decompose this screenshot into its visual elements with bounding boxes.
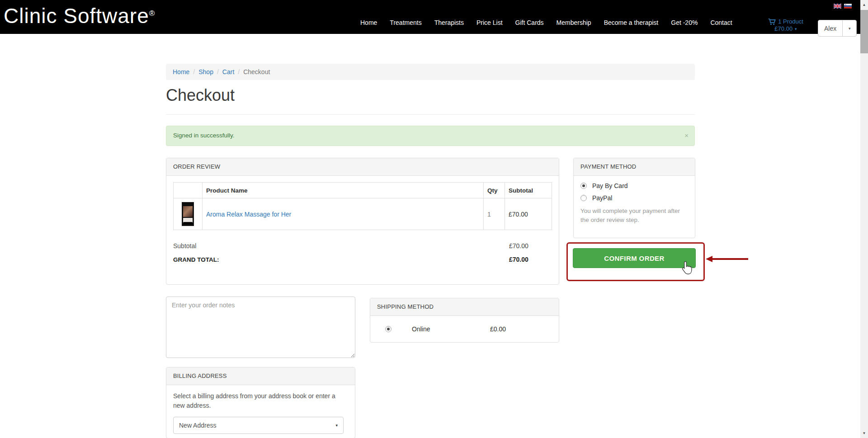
breadcrumb-home[interactable]: Home bbox=[173, 68, 189, 75]
language-switcher bbox=[834, 4, 852, 9]
nav-price-list[interactable]: Price List bbox=[476, 19, 503, 26]
product-image-cell bbox=[174, 198, 203, 230]
annotation-arrow-line bbox=[712, 258, 748, 260]
shipping-method-panel: SHIPPING METHOD Online £0.00 bbox=[370, 298, 559, 343]
scroll-up-icon[interactable]: ▲ bbox=[860, 1, 868, 9]
nav-treatments[interactable]: Treatments bbox=[390, 19, 421, 26]
cart-total: £70.00 bbox=[774, 25, 793, 33]
breadcrumb-separator: / bbox=[234, 68, 243, 75]
mini-cart[interactable]: 1 Product £70.00 ▾ bbox=[763, 18, 808, 33]
shipping-method-title: SHIPPING METHOD bbox=[370, 298, 559, 316]
cart-caret-icon: ▾ bbox=[795, 25, 797, 33]
pay-by-card-radio[interactable] bbox=[580, 183, 587, 189]
grand-total-row: GRAND TOTAL: £70.00 bbox=[173, 253, 552, 266]
nav-membership[interactable]: Membership bbox=[557, 19, 591, 26]
breadcrumb-shop[interactable]: Shop bbox=[198, 68, 213, 75]
product-subtotal: £70.00 bbox=[505, 198, 552, 230]
grand-total-label: GRAND TOTAL: bbox=[173, 256, 219, 263]
nav-become-a-therapist[interactable]: Become a therapist bbox=[604, 19, 659, 26]
paypal-label[interactable]: PayPal bbox=[592, 194, 612, 202]
annotation-arrow-icon bbox=[706, 256, 712, 262]
hand-cursor-icon bbox=[681, 261, 693, 275]
page-title: Checkout bbox=[166, 86, 235, 105]
slovenia-flag-icon[interactable] bbox=[844, 4, 852, 9]
order-table-row: Aroma Relax Massage for Her 1 £70.00 bbox=[174, 198, 552, 230]
billing-address-select-value: New Address bbox=[179, 422, 216, 429]
breadcrumb-separator: / bbox=[213, 68, 222, 75]
user-menu-button: Alex ▾ bbox=[818, 20, 857, 37]
alert-message: Signed in successfully. bbox=[173, 132, 235, 139]
pay-by-card-option[interactable]: Pay By Card bbox=[580, 182, 688, 189]
nav-home[interactable]: Home bbox=[360, 19, 377, 26]
registered-trademark-icon: ® bbox=[149, 9, 156, 18]
product-link[interactable]: Aroma Relax Massage for Her bbox=[206, 211, 291, 218]
breadcrumb-current: Checkout bbox=[243, 68, 270, 75]
grand-total-value: £70.00 bbox=[509, 253, 528, 266]
shipping-online-option[interactable]: Online £0.00 bbox=[370, 316, 559, 342]
shipping-online-radio[interactable] bbox=[385, 326, 392, 332]
order-notes-input[interactable] bbox=[166, 297, 355, 358]
order-review-title: ORDER REVIEW bbox=[166, 158, 559, 176]
main-nav: Home Treatments Therapists Price List Gi… bbox=[360, 19, 732, 26]
uk-flag-icon[interactable] bbox=[834, 4, 841, 9]
payment-method-title: PAYMENT METHOD bbox=[574, 158, 695, 176]
scroll-down-icon[interactable]: ▼ bbox=[860, 429, 868, 437]
billing-address-description: Select a billing address from your addre… bbox=[173, 391, 344, 410]
paypal-radio[interactable] bbox=[580, 195, 587, 201]
order-review-panel: ORDER REVIEW Product Name Qty Subtotal A bbox=[166, 158, 559, 285]
site-header: Clinic Software® Home Treatments Therapi… bbox=[0, 0, 860, 34]
cart-icon bbox=[768, 19, 776, 25]
col-qty: Qty bbox=[484, 183, 505, 198]
product-thumbnail[interactable] bbox=[182, 202, 194, 226]
title-divider bbox=[166, 114, 695, 115]
payment-method-body: Pay By Card PayPal You will complete you… bbox=[574, 176, 695, 231]
subtotal-row: Subtotal £70.00 bbox=[173, 239, 552, 253]
paypal-option[interactable]: PayPal bbox=[580, 194, 688, 202]
col-subtotal: Subtotal bbox=[505, 183, 552, 198]
pay-by-card-label[interactable]: Pay By Card bbox=[592, 182, 628, 189]
payment-note: You will complete your payment after the… bbox=[580, 207, 688, 225]
shipping-online-label[interactable]: Online bbox=[412, 325, 430, 333]
order-summary: Subtotal £70.00 GRAND TOTAL: £70.00 bbox=[173, 239, 552, 266]
col-product-name: Product Name bbox=[202, 183, 483, 198]
success-alert: Signed in successfully. × bbox=[166, 126, 695, 146]
confirm-order-button[interactable]: CONFIRM ORDER bbox=[573, 248, 696, 268]
order-table-header-row: Product Name Qty Subtotal bbox=[174, 183, 552, 198]
cart-count: 1 Product bbox=[778, 18, 803, 25]
logo-text: Clinic Software bbox=[4, 4, 149, 28]
breadcrumb: Home/Shop/Cart/Checkout bbox=[166, 64, 695, 80]
breadcrumb-cart[interactable]: Cart bbox=[222, 68, 234, 75]
shipping-online-price: £0.00 bbox=[490, 325, 506, 333]
nav-get-discount[interactable]: Get -20% bbox=[671, 19, 698, 26]
billing-address-select[interactable]: New Address ▾ bbox=[173, 417, 344, 434]
payment-method-panel: PAYMENT METHOD Pay By Card PayPal You wi… bbox=[573, 158, 695, 238]
nav-contact[interactable]: Contact bbox=[710, 19, 732, 26]
user-caret-icon[interactable]: ▾ bbox=[842, 20, 856, 36]
subtotal-value: £70.00 bbox=[509, 239, 528, 253]
product-name-cell: Aroma Relax Massage for Her bbox=[202, 198, 483, 230]
order-review-body: Product Name Qty Subtotal Aroma Relax Ma… bbox=[166, 176, 559, 273]
subtotal-label: Subtotal bbox=[173, 242, 196, 250]
billing-address-title: BILLING ADDRESS bbox=[166, 367, 355, 385]
scrollbar-thumb[interactable] bbox=[860, 10, 868, 53]
chevron-down-icon: ▾ bbox=[335, 423, 338, 428]
billing-address-panel: BILLING ADDRESS Select a billing address… bbox=[166, 367, 355, 438]
breadcrumb-separator: / bbox=[189, 68, 198, 75]
order-table: Product Name Qty Subtotal Aroma Relax Ma… bbox=[173, 182, 552, 230]
nav-gift-cards[interactable]: Gift Cards bbox=[515, 19, 544, 26]
product-qty: 1 bbox=[484, 198, 505, 230]
billing-address-body: Select a billing address from your addre… bbox=[166, 385, 355, 438]
user-name-button[interactable]: Alex bbox=[818, 20, 842, 36]
col-image bbox=[174, 183, 203, 198]
nav-therapists[interactable]: Therapists bbox=[434, 19, 464, 26]
clinic-software-logo[interactable]: Clinic Software® bbox=[4, 1, 155, 31]
page-scrollbar[interactable]: ▲ ▼ bbox=[860, 0, 868, 438]
close-icon[interactable]: × bbox=[684, 132, 689, 139]
